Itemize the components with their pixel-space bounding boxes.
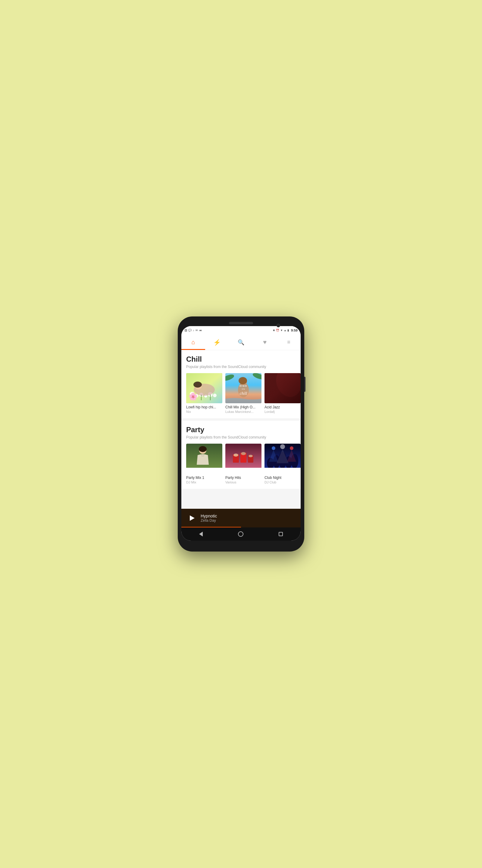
chill-section: Chill Popular playlists from the SoundCl… [181, 350, 301, 418]
search-icon: 🔍 [238, 339, 244, 346]
playlist-author-chill-mix: Lukas Marcinkevi... [225, 410, 261, 413]
svg-point-34 [241, 452, 246, 455]
svg-point-35 [249, 455, 253, 457]
back-icon [199, 532, 203, 536]
battery-icon: ▮ [287, 329, 289, 332]
now-playing-bar[interactable]: Hypnotic Zella Day [181, 509, 301, 527]
party-playlist-row: Party Mix 1 DJ Mix [186, 444, 301, 484]
system-nav-bar [181, 527, 301, 541]
party-section: Party Popular playlists from the SoundCl… [181, 421, 301, 489]
recents-button[interactable] [279, 532, 283, 536]
thumb-svg-acid-jazz [264, 373, 301, 403]
now-playing-info: Hypnotic Zella Day [201, 514, 296, 523]
app-nav-bar: ⌂ ⚡ 🔍 ♥ ≡ [181, 335, 301, 350]
svg-point-42 [272, 446, 275, 450]
playlist-item-party-1[interactable]: Party Mix 1 DJ Mix [186, 444, 222, 484]
wifi-icon: ▼ [280, 329, 283, 332]
svg-text:ON: ON [242, 388, 245, 390]
playlist-item-party-3[interactable]: Club Night DJ Club [264, 444, 301, 484]
home-sys-icon [238, 531, 244, 537]
svg-text:HIGH: HIGH [239, 385, 247, 387]
home-icon: ⌂ [192, 339, 195, 346]
svg-point-44 [290, 446, 293, 450]
playlist-thumb-acid-jazz [264, 373, 301, 403]
alarm-icon: ⏰ [276, 329, 279, 332]
svg-point-19 [238, 377, 247, 384]
back-button[interactable] [199, 532, 203, 536]
play-icon [190, 516, 195, 521]
nav-stream[interactable]: ⚡ [205, 335, 229, 350]
bluetooth-icon: ★ [272, 329, 275, 332]
thumb-svg-chill-mix: HIGH ON chill [225, 373, 261, 403]
playlist-thumb-party-3 [264, 444, 301, 474]
playlist-author-party-1: DJ Mix [186, 480, 222, 484]
nav-search[interactable]: 🔍 [229, 335, 253, 350]
playlist-item-lowfi[interactable]: Lowfi hip hop chi... Nix [186, 373, 222, 413]
headphones-icon: ⏮ [199, 329, 202, 332]
content-area: Chill Popular playlists from the SoundCl… [181, 350, 301, 509]
phone-screen: 🖼 💬 ♪ ✉ ⏮ ★ ⏰ ▼ ▲ ▮ 9:59 ⌂ ⚡ [181, 326, 301, 541]
email-icon: ✉ [195, 329, 198, 332]
phone-speaker [229, 322, 253, 324]
svg-rect-23 [264, 373, 301, 403]
playlist-thumb-chill-mix: HIGH ON chill [225, 373, 261, 403]
playlist-thumb-party-2 [225, 444, 261, 474]
playlist-name-acid-jazz: Acid Jazz [264, 405, 301, 409]
playback-progress [181, 527, 241, 527]
thumb-image-lowfi [186, 373, 222, 403]
playlist-author-party-3: DJ Club [264, 480, 301, 484]
svg-point-2 [190, 392, 195, 397]
chill-subtitle: Popular playlists from the SoundCloud co… [186, 365, 301, 369]
thumb-image-chill-mix: HIGH ON chill [225, 373, 261, 403]
thumb-image-acid-jazz [264, 373, 301, 403]
playlist-item-chill-mix[interactable]: HIGH ON chill Chill Mix (High O... Lukas… [225, 373, 261, 413]
thumb-svg-lowfi [186, 373, 222, 403]
svg-point-10 [193, 381, 202, 388]
playlist-name-party-2: Party Hits [225, 475, 261, 480]
home-button[interactable] [238, 531, 244, 537]
phone-camera [277, 324, 280, 327]
clock: 9:59 [291, 329, 298, 332]
playlist-name-chill-mix: Chill Mix (High O... [225, 405, 261, 409]
party-title: Party [186, 426, 301, 434]
music-icon: ♪ [193, 329, 194, 332]
status-bar: 🖼 💬 ♪ ✉ ⏮ ★ ⏰ ▼ ▲ ▮ 9:59 [181, 326, 301, 335]
chill-title: Chill [186, 355, 301, 364]
heart-icon: ♥ [263, 339, 267, 346]
playlist-thumb-lowfi [186, 373, 222, 403]
playlist-name-lowfi: Lowfi hip hop chi... [186, 405, 222, 409]
whatsapp-icon: 💬 [188, 329, 192, 332]
svg-point-33 [233, 454, 238, 457]
status-right-icons: ★ ⏰ ▼ ▲ ▮ 9:59 [272, 329, 298, 332]
now-playing-title: Hypnotic [201, 514, 296, 518]
thumb-svg-party-3 [264, 444, 301, 468]
signal-icon: ▲ [284, 329, 287, 332]
playlist-name-party-1: Party Mix 1 [186, 475, 222, 480]
phone-device: 🖼 💬 ♪ ✉ ⏮ ★ ⏰ ▼ ▲ ▮ 9:59 ⌂ ⚡ [178, 316, 304, 552]
image-icon: 🖼 [184, 329, 187, 332]
recents-icon [279, 532, 283, 536]
nav-menu[interactable]: ≡ [277, 335, 301, 350]
volume-button [304, 377, 306, 392]
svg-point-25 [281, 373, 301, 399]
nav-home[interactable]: ⌂ [181, 335, 205, 350]
stream-icon: ⚡ [213, 339, 221, 346]
svg-point-43 [280, 444, 285, 449]
playlist-author-lowfi: Nix [186, 410, 222, 413]
playlist-item-party-2[interactable]: Party Hits Various [225, 444, 261, 484]
svg-text:chill: chill [240, 391, 247, 396]
svg-point-28 [199, 446, 207, 452]
playlist-item-acid-jazz[interactable]: Acid Jazz Lordafj [264, 373, 301, 413]
nav-likes[interactable]: ♥ [253, 335, 277, 350]
now-playing-artist: Zella Day [201, 518, 296, 523]
thumb-svg-party-1 [186, 444, 222, 468]
chill-playlist-row: Lowfi hip hop chi... Nix [186, 373, 301, 413]
playlist-author-party-2: Various [225, 480, 261, 484]
playlist-thumb-party-1 [186, 444, 222, 474]
party-subtitle: Popular playlists from the SoundCloud co… [186, 435, 301, 439]
svg-point-24 [272, 373, 301, 401]
playlist-author-acid-jazz: Lordafj [264, 410, 301, 413]
play-button[interactable] [186, 513, 197, 524]
svg-point-7 [213, 394, 217, 397]
playlist-name-party-3: Club Night [264, 475, 301, 480]
